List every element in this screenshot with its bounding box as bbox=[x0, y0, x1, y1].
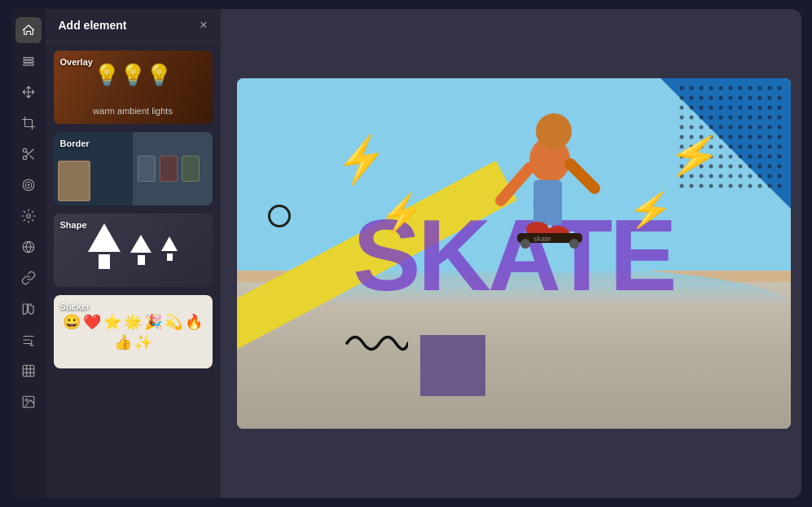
toolbar-link-icon[interactable] bbox=[15, 265, 42, 291]
skater-figure: skate bbox=[460, 95, 639, 323]
svg-point-12 bbox=[25, 399, 28, 401]
toolbar-crop-icon[interactable] bbox=[15, 110, 42, 136]
shape-card-label: Shape bbox=[60, 220, 87, 230]
panel-title: Add element bbox=[59, 19, 127, 32]
panel-header: Add element × bbox=[46, 9, 221, 42]
toolbar-layers-icon[interactable] bbox=[15, 48, 42, 74]
circle-outline-element bbox=[268, 205, 291, 227]
main-area: SKATE bbox=[221, 9, 801, 498]
overlay-card[interactable]: 💡💡💡 warm ambient lights Overlay bbox=[54, 51, 213, 124]
side-panel: Add element × 💡💡💡 warm ambient lights Ov… bbox=[46, 9, 221, 498]
svg-point-5 bbox=[23, 179, 34, 191]
sticker-card[interactable]: 😀❤️⭐ 🌟🎉💫 🔥👍✨ Sticker bbox=[54, 295, 213, 368]
toolbar-table-icon[interactable] bbox=[15, 358, 42, 384]
sticker-card-label: Sticker bbox=[60, 302, 90, 311]
svg-rect-0 bbox=[24, 58, 33, 60]
toolbar-brush-icon[interactable] bbox=[15, 296, 42, 322]
shape-card[interactable]: Shape bbox=[54, 214, 213, 287]
toolbar-move-icon[interactable] bbox=[15, 79, 42, 105]
toolbar-globe-icon[interactable] bbox=[15, 234, 42, 260]
svg-point-24 bbox=[569, 239, 579, 249]
svg-point-7 bbox=[28, 184, 29, 186]
svg-rect-1 bbox=[24, 60, 33, 62]
svg-line-17 bbox=[501, 168, 529, 201]
toolbar-image-icon[interactable] bbox=[15, 389, 42, 415]
toolbar-target-icon[interactable] bbox=[15, 172, 42, 198]
svg-rect-10 bbox=[23, 365, 34, 377]
wavy-line-element bbox=[343, 327, 408, 351]
svg-text:skate: skate bbox=[533, 235, 551, 243]
svg-point-6 bbox=[25, 182, 32, 188]
toolbar-text-icon[interactable] bbox=[15, 327, 42, 353]
svg-line-18 bbox=[570, 164, 595, 188]
lightning-bolt-4: ⚡ bbox=[625, 187, 674, 233]
lightning-bolt-3: ⚡ bbox=[377, 191, 425, 237]
app-container: Add element × 💡💡💡 warm ambient lights Ov… bbox=[11, 9, 801, 498]
svg-rect-2 bbox=[24, 64, 33, 65]
canvas[interactable]: SKATE bbox=[237, 78, 791, 429]
toolbar-cut-icon[interactable] bbox=[15, 141, 42, 167]
svg-point-16 bbox=[536, 113, 572, 149]
toolbar-home-icon[interactable] bbox=[15, 17, 42, 43]
lightning-bolt-2: ⚡ bbox=[665, 127, 726, 185]
toolbar-settings-icon[interactable] bbox=[15, 203, 42, 229]
panel-close-button[interactable]: × bbox=[200, 19, 207, 32]
svg-point-8 bbox=[26, 214, 30, 218]
svg-rect-19 bbox=[533, 180, 562, 225]
purple-box bbox=[420, 335, 485, 396]
border-card[interactable]: Border bbox=[54, 132, 213, 205]
panel-content: 💡💡💡 warm ambient lights Overlay bbox=[46, 42, 221, 498]
svg-point-23 bbox=[520, 239, 530, 249]
left-toolbar bbox=[11, 9, 46, 498]
lightning-bolt-1: ⚡ bbox=[331, 131, 392, 189]
overlay-card-label: Overlay bbox=[60, 57, 93, 67]
border-card-label: Border bbox=[60, 139, 90, 148]
